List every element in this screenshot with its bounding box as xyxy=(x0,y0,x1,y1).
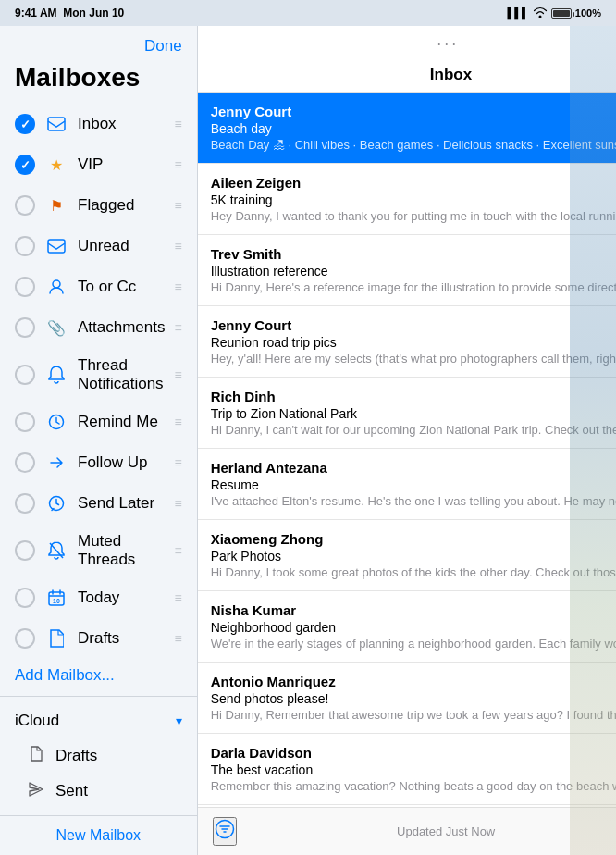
follow-checkbox[interactable] xyxy=(15,452,35,473)
email-item[interactable]: Trev Smith 5/3/24 📎 › Illustration refer… xyxy=(198,235,616,306)
inbox-header: Inbox Edit xyxy=(198,58,616,93)
thread-checkbox[interactable] xyxy=(15,365,35,385)
unread-reorder: ≡ xyxy=(175,239,182,254)
svg-text:10: 10 xyxy=(53,598,60,604)
email-item[interactable]: Herland Antezana 4/28/24 📎 › Resume I've… xyxy=(198,449,616,520)
flagged-icon: ⚑ xyxy=(44,193,68,217)
remind-me-reorder: ≡ xyxy=(175,415,182,429)
email-preview: Hi Danny, Here's a reference image for t… xyxy=(211,280,616,294)
add-mailbox-button[interactable]: Add Mailbox... xyxy=(0,659,129,696)
email-item[interactable]: Jenny Court 5/5/24 📎 › Beach day Beach D… xyxy=(198,93,616,164)
to-cc-label: To or Cc xyxy=(78,278,166,296)
mailbox-item-vip[interactable]: ★ VIP ≡ xyxy=(0,144,197,185)
svg-point-2 xyxy=(53,280,60,288)
mailbox-item-remind-me[interactable]: Remind Me ≡ xyxy=(0,402,197,442)
to-cc-checkbox[interactable] xyxy=(15,277,35,297)
icloud-item-sent[interactable]: Sent xyxy=(0,774,197,809)
mailbox-item-follow-up[interactable]: Follow Up ≡ xyxy=(0,442,197,483)
icloud-section: iCloud ▾ Drafts xyxy=(0,696,197,815)
vip-icon: ★ xyxy=(44,153,68,177)
email-item[interactable]: Antonio Manriquez 4/22/24 📎 › Send photo… xyxy=(198,663,616,734)
remind-me-label: Remind Me xyxy=(78,413,166,431)
email-item[interactable]: Xiaomeng Zhong 4/27/24 📎 › Park Photos H… xyxy=(198,520,616,591)
mailbox-item-today[interactable]: 10 Today ≡ xyxy=(0,577,197,618)
icloud-title: iCloud xyxy=(15,712,59,730)
inbox-title: Inbox xyxy=(430,66,472,84)
mailbox-item-send-later[interactable]: Send Later ≡ xyxy=(0,483,197,524)
email-subject: Park Photos xyxy=(211,549,616,564)
flagged-reorder: ≡ xyxy=(175,198,182,213)
email-item[interactable]: Nisha Kumar 4/27/24 › Neighborhood garde… xyxy=(198,591,616,663)
attachments-icon: 📎 xyxy=(44,316,68,340)
icloud-sent-label: Sent xyxy=(55,782,88,800)
mailbox-item-flagged[interactable]: ⚑ Flagged ≡ xyxy=(0,185,197,226)
unread-icon xyxy=(44,234,68,258)
email-sender: Xiaomeng Zhong xyxy=(211,531,324,547)
icloud-drafts-label: Drafts xyxy=(55,747,97,765)
email-preview: Hey, y'all! Here are my selects (that's … xyxy=(211,352,616,366)
remind-checkbox[interactable] xyxy=(15,412,35,432)
vip-reorder: ≡ xyxy=(175,157,182,172)
email-preview: Hi Danny, I took some great photos of th… xyxy=(211,565,616,579)
attachments-checkbox[interactable] xyxy=(15,317,35,338)
svg-rect-0 xyxy=(48,118,65,130)
mailbox-item-muted[interactable]: Muted Threads ≡ xyxy=(0,524,197,577)
app-container: Done Mailboxes Inbox ≡ ★ VIP xyxy=(0,26,616,855)
email-sender: Jenny Court xyxy=(211,104,292,119)
inbox-reorder: ≡ xyxy=(175,117,182,131)
flagged-checkbox[interactable] xyxy=(15,195,35,216)
unread-label: Unread xyxy=(78,237,166,255)
icloud-chevron-icon: ▾ xyxy=(176,713,182,728)
mailbox-item-unread[interactable]: Unread ≡ xyxy=(0,226,197,266)
email-preview: I've attached Elton's resume. He's the o… xyxy=(211,494,616,508)
follow-up-label: Follow Up xyxy=(78,453,166,472)
done-button[interactable]: Done xyxy=(144,37,182,56)
mailbox-item-attachments[interactable]: 📎 Attachments ≡ xyxy=(0,307,197,348)
email-preview: Remember this amazing vacation? Nothing … xyxy=(211,779,616,793)
mailbox-item-to-cc[interactable]: To or Cc ≡ xyxy=(0,266,197,307)
inbox-icon xyxy=(44,112,68,136)
new-mailbox-button[interactable]: New Mailbox xyxy=(56,827,142,844)
email-sender: Nisha Kumar xyxy=(211,602,297,618)
status-time: 9:41 AM Mon Jun 10 xyxy=(15,6,124,19)
right-panel: ··· xyxy=(198,26,616,855)
muted-checkbox[interactable] xyxy=(15,540,35,561)
drafts-checkbox[interactable] xyxy=(15,628,35,649)
vip-checkbox[interactable] xyxy=(15,155,35,175)
email-sender: Trev Smith xyxy=(211,246,282,262)
right-bottom-bar: Updated Just Now xyxy=(198,807,616,855)
icloud-items: Drafts Sent xyxy=(0,737,197,815)
email-subject: Reunion road trip pics xyxy=(211,335,616,350)
follow-up-reorder: ≡ xyxy=(175,455,182,470)
inbox-checkbox[interactable] xyxy=(15,114,35,134)
email-item[interactable]: Rich Dinh 4/28/24 › Trip to Zion Nationa… xyxy=(198,378,616,449)
left-bottom-bar: New Mailbox xyxy=(0,815,197,855)
mailboxes-title: Mailboxes xyxy=(0,63,197,104)
email-sender: Darla Davidson xyxy=(211,745,312,761)
mailbox-list: Inbox ≡ ★ VIP ≡ ⚑ Flagged ≡ xyxy=(0,104,197,815)
email-preview: Hi Danny, I can't wait for our upcoming … xyxy=(211,423,616,437)
mailbox-item-drafts[interactable]: Drafts ≡ xyxy=(0,618,197,659)
email-subject: Neighborhood garden xyxy=(211,620,616,635)
icloud-header[interactable]: iCloud ▾ xyxy=(0,704,197,737)
email-preview: Beach Day 🏖 · Chill vibes · Beach games … xyxy=(211,138,616,152)
filter-button[interactable] xyxy=(213,817,237,846)
send-later-checkbox[interactable] xyxy=(15,493,35,514)
mailbox-item-inbox[interactable]: Inbox ≡ xyxy=(0,104,197,144)
unread-checkbox[interactable] xyxy=(15,236,35,256)
email-item[interactable]: Darla Davidson 4/17/24 📎 › The best vaca… xyxy=(198,734,616,805)
email-item[interactable]: Aileen Zeigen 5/4/24 📎 › 5K training Hey… xyxy=(198,164,616,235)
icloud-item-junk[interactable]: Junk xyxy=(0,809,197,815)
svg-rect-1 xyxy=(48,240,65,253)
today-checkbox[interactable] xyxy=(15,588,35,608)
signal-icon: ▌▌▌ xyxy=(507,7,528,19)
icloud-item-drafts[interactable]: Drafts xyxy=(0,737,197,774)
mailbox-item-thread-notifications[interactable]: Thread Notifications ≡ xyxy=(0,348,197,402)
email-item[interactable]: Jenny Court 5/2/24 📎 › Reunion road trip… xyxy=(198,306,616,378)
battery-percent: 100% xyxy=(575,7,601,19)
today-reorder: ≡ xyxy=(175,590,182,605)
email-preview: Hi Danny, Remember that awesome trip we … xyxy=(211,708,616,722)
to-cc-icon xyxy=(44,275,68,299)
email-preview: Hey Danny, I wanted to thank you for put… xyxy=(211,209,616,223)
icloud-sent-icon xyxy=(26,782,46,800)
